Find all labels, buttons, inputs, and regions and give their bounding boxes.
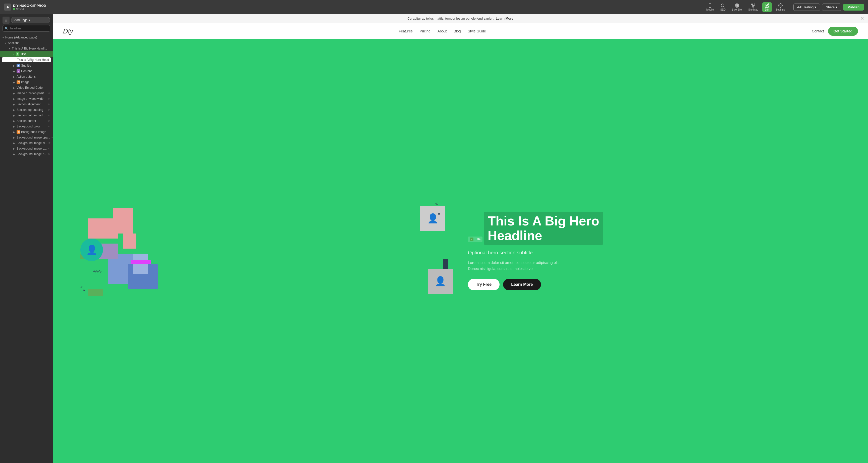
add-page-button[interactable]: Add Page ▾ [11,17,50,23]
svg-point-13 [780,5,781,6]
hero-headline: This Is A Big Hero Headline [488,214,599,242]
ab-testing-button[interactable]: A/B Testing ▾ [794,3,820,11]
nav-pricing[interactable]: Pricing [420,29,431,33]
nav-tool-live[interactable]: Live Site [730,2,744,12]
main-area: ⊞ Add Page ▾ 🔍 ▾ Home (Advanced page) ▾ … [0,14,868,463]
eye-icon: 👁 [48,92,51,95]
title-edit-input[interactable] [17,58,49,62]
box-icon: ▣ [17,64,20,67]
nav-blog[interactable]: Blog [454,29,461,33]
svg-rect-6 [751,4,752,5]
tree-item-subtitle[interactable]: ▶ ▣ Subtitle [0,63,53,68]
nav-tool-seo[interactable]: SEO [718,2,728,12]
nav-tool-edit[interactable]: Edit [762,2,772,12]
tree-label: Section bottom pad... [17,114,45,117]
person-photo-rect2: 👤 [428,269,453,294]
caret-icon: ▶ [13,64,15,67]
tree-item-content[interactable]: ▶ ≡ Content [0,68,53,74]
person-photo-rect: 👤 [420,206,445,231]
tree-item-video-embed[interactable]: ▶ Video Embed Code [0,85,53,90]
caret-icon: ▶ [13,70,15,73]
zigzag-decoration: ∿∿∿ [93,269,101,274]
site-nav-right: Contact Get Started [812,27,858,36]
sitemap-label: Site Map [748,8,758,11]
search-input[interactable] [10,27,48,30]
tool-nav: Mobile SEO Live Site Site Map Edit Setti… [704,2,787,12]
hero-buttons: Try Free Learn More [468,279,848,290]
tree-item-background-image-si[interactable]: ▶ Background image si... 👁 [0,140,53,146]
mobile-label: Mobile [706,8,714,11]
canvas-area: Curabitur ac tellus mattis, tempor ipsum… [53,14,868,463]
person-icon: 👤 [86,244,97,255]
nav-about[interactable]: About [437,29,447,33]
decorative-shape [131,260,151,264]
nav-tool-mobile[interactable]: Mobile [704,2,716,12]
caret-icon: ▶ [13,81,15,84]
tree-item-section-top-padding[interactable]: ▶ Section top padding 👁 [0,107,53,113]
caret-icon: ▶ [13,131,15,134]
caret-icon: ▾ [13,53,14,56]
svg-rect-7 [754,4,755,5]
tree-item-hero-section[interactable]: ▾ This Is A Big Hero Headl... [0,46,53,51]
hero-body: Lorem ipsum dolor sit amet, consectetur … [468,260,848,272]
nav-tool-sitemap[interactable]: Site Map [746,2,761,12]
tree-item-background-image-p[interactable]: ▶ Background image p... 👁 [0,146,53,151]
eye-icon: 👁 [48,142,51,145]
tree-label: Background image opa... [17,136,50,139]
chevron-down-icon: ▾ [29,18,30,22]
tree-item-background-image[interactable]: ▶ 🖼 Background image [0,129,53,135]
tree-label: Image or video positi... [17,91,47,95]
tree-label: Title [20,52,26,56]
share-button[interactable]: Share ▾ [822,3,841,11]
tree-label: Action buttons [17,75,36,79]
tree-item-title[interactable]: ▾ T Title [0,51,53,57]
panel-icon-button[interactable]: ⊞ [2,17,9,24]
tree-label: Home (Advanced page) [5,36,37,39]
tree-item-background-color[interactable]: ▶ Background color 👁 [0,124,53,129]
tree-item-title-editing[interactable] [2,57,51,62]
nav-contact[interactable]: Contact [812,29,824,33]
tree-item-image[interactable]: ▶ 🖼 Image [0,80,53,85]
announcement-link[interactable]: Learn More [496,17,514,20]
decorative-shape [123,233,135,249]
svg-rect-0 [709,3,711,7]
tree-item-section-border[interactable]: ▶ Section border 👁 [0,118,53,124]
hero-title-badge: T Title [468,236,483,242]
learn-more-button[interactable]: Learn More [503,279,541,290]
nav-tool-settings[interactable]: Settings [773,2,787,12]
svg-rect-8 [753,6,754,7]
tree-item-sections[interactable]: ▾ Sections [0,40,53,46]
tree-label: This Is A Big Hero Headl... [12,47,47,50]
tree-item-home[interactable]: ▾ Home (Advanced page) [0,35,53,40]
title-icon: T [16,52,19,56]
arrow-decoration: « [438,211,440,216]
tree-item-section-bottom-pad[interactable]: ▶ Section bottom pad... 👁 [0,113,53,118]
publish-button[interactable]: Publish [843,4,864,10]
nav-style-guide[interactable]: Style Guide [468,29,486,33]
announcement-close-button[interactable]: ✕ [860,16,864,21]
live-label: Live Site [732,8,742,11]
announcement-text: Curabitur ac tellus mattis, tempor ipsum… [407,17,494,20]
caret-icon: ▶ [13,109,15,111]
caret-icon: ▶ [13,120,15,122]
tree-item-action-buttons[interactable]: ▶ Action buttons [0,74,53,80]
tree-item-background-image-r[interactable]: ▶ Background image r... 👁 [0,151,53,157]
eye-icon: 👁 [48,109,50,111]
nav-features[interactable]: Features [399,29,413,33]
tree-item-img-video-width[interactable]: ▶ Image or video width 👁 [0,96,53,102]
try-free-button[interactable]: Try Free [468,279,500,290]
hero-section: 👤 👤 👤 « « » » [53,39,868,463]
tree-item-img-video-pos[interactable]: ▶ Image or video positi... 👁 [0,90,53,96]
tree-item-section-alignment[interactable]: ▶ Section alignment 👁 [0,102,53,107]
decorative-shape [113,208,133,233]
arrow-decoration: « [435,201,438,206]
tree-item-background-image-opa[interactable]: ▶ Background image opa... 👁 [0,135,53,140]
chevron-down-icon: ▾ [814,5,816,9]
caret-icon: ▾ [5,42,6,45]
seo-label: SEO [720,8,725,11]
tree-label: Image [21,81,29,84]
tree-label: Background image [21,130,46,134]
arrow-decoration: » [83,288,85,293]
get-started-button[interactable]: Get Started [828,27,858,36]
caret-icon: ▶ [13,97,15,100]
